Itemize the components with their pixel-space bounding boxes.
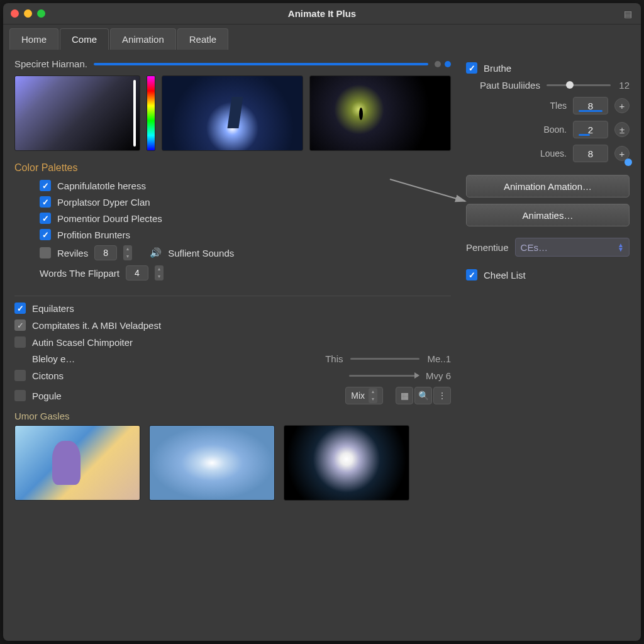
window-title: Animate It Plus (3, 8, 641, 19)
search-icon[interactable]: 🔍 (414, 387, 432, 404)
collapse-icon[interactable]: ▤ (624, 9, 632, 19)
palette-label: Pomentior Dourd Plectes (57, 213, 162, 224)
gallery-thumb-2[interactable] (149, 425, 275, 501)
app-window: Animate It Plus ▤ Home Come Animation Re… (3, 3, 641, 641)
cheel-label: Cheel List (484, 270, 526, 280)
checkbox[interactable] (14, 319, 26, 331)
gallery-thumbs (14, 425, 451, 501)
penentiue-value: CEs… (521, 242, 548, 253)
autin-label: Autin Scasel Chimpoiter (32, 337, 133, 348)
animation-amation-button[interactable]: Animation Amation… (466, 175, 630, 197)
compitates-row: Compitates it. A MBI Veladpest (14, 319, 451, 331)
reviles-label: Reviles (57, 248, 88, 258)
toolbar-buttons: ▦ 🔍 ⋮ (396, 387, 451, 404)
divider (14, 296, 451, 296)
words-row: Words The Flippart 4 (14, 265, 451, 280)
dot-1[interactable] (435, 61, 441, 67)
equilaters-label: Equilaters (32, 303, 74, 314)
loues-knob-icon[interactable] (625, 158, 632, 166)
left-panel: Speciret Hiarnan. Color Palettes Capnifu… (14, 58, 451, 632)
penentiue-row: Penentiue CEs… ▲▼ (466, 238, 630, 257)
more-icon[interactable]: ⋮ (433, 387, 451, 404)
words-value[interactable]: 4 (126, 265, 148, 280)
paut-slider[interactable] (547, 84, 611, 86)
tab-come[interactable]: Come (60, 28, 109, 50)
checkbox[interactable] (40, 247, 51, 258)
equilaters-row: Equilaters (14, 303, 451, 314)
palette-label: Porplatsor Dyper Clan (57, 197, 150, 208)
this-slider[interactable] (350, 358, 419, 360)
reviles-row: Reviles 8 🔊 Suflient Sounds (40, 245, 451, 260)
right-panel: Bruthe Paut Buuliides 12 Tles 8 + Boon. … (466, 58, 630, 632)
slider-page-dots[interactable] (435, 61, 451, 67)
mix-dropdown[interactable]: Mix (345, 387, 383, 404)
checkbox[interactable] (40, 180, 51, 191)
titlebar: Animate It Plus ▤ (3, 3, 641, 25)
chevron-updown-icon: ▲▼ (618, 243, 624, 252)
gallery-thumb-1[interactable] (14, 425, 140, 501)
cictons-row: Cictons Mvy 6 (14, 370, 451, 381)
loues-value[interactable]: 8 (573, 145, 608, 162)
tab-reatle[interactable]: Reatle (177, 28, 228, 50)
paut-row: Paut Buuliides 12 (480, 80, 630, 91)
bruthe-label: Bruthe (484, 63, 511, 74)
top-slider[interactable] (94, 63, 428, 65)
palette-label: Profition Brunters (57, 230, 130, 240)
tles-value[interactable]: 8 (573, 97, 608, 114)
top-slider-row: Speciret Hiarnan. (14, 58, 451, 69)
grid-icon[interactable]: ▦ (396, 387, 413, 404)
dot-2[interactable] (445, 61, 451, 67)
this-suffix: Me..1 (427, 353, 451, 364)
loues-row: Loues. 8 + (466, 145, 630, 162)
palette-item: Pomentior Dourd Plectes (40, 213, 451, 224)
hue-slider[interactable] (147, 75, 155, 151)
cictons-slider[interactable] (349, 375, 418, 377)
bleloy-label: Bleloy e… (32, 353, 75, 364)
tles-label: Tles (535, 101, 567, 111)
mix-stepper[interactable] (369, 388, 377, 403)
boon-row: Boon. 2 ± (466, 121, 630, 138)
words-stepper[interactable] (155, 265, 164, 280)
checkbox[interactable] (40, 229, 51, 240)
checkbox[interactable] (14, 303, 26, 314)
color-gradient-picker[interactable] (14, 75, 140, 151)
reviles-stepper[interactable] (123, 245, 132, 260)
preview-thumb-1[interactable] (162, 75, 303, 151)
cictons-suffix: Mvy 6 (426, 370, 451, 381)
checkbox[interactable] (14, 390, 26, 401)
boon-value[interactable]: 2 (573, 121, 608, 138)
penentiue-label: Penentiue (466, 242, 509, 253)
suflient-label: Suflient Sounds (168, 248, 234, 258)
penentiue-select[interactable]: CEs… ▲▼ (515, 238, 630, 257)
this-label: This (325, 353, 343, 364)
pogule-row: Pogule Mix ▦ 🔍 ⋮ (14, 387, 451, 404)
gallery-thumb-3[interactable] (284, 425, 409, 501)
bleloy-row: Bleloy e… This Me..1 (14, 353, 451, 364)
palette-item: Porplatsor Dyper Clan (40, 196, 451, 208)
compitates-label: Compitates it. A MBI Veladpest (32, 320, 161, 331)
checkbox[interactable] (40, 213, 51, 224)
checkbox[interactable] (14, 370, 26, 381)
options-list: Equilaters Compitates it. A MBI Veladpes… (14, 303, 451, 404)
checkbox[interactable] (40, 196, 51, 208)
palette-checklist: Capnifulatotle heress Porplatsor Dyper C… (14, 180, 451, 280)
preview-row (14, 75, 451, 151)
words-label: Words The Flippart (40, 268, 119, 279)
paut-value: 12 (617, 80, 630, 91)
preview-thumb-2[interactable] (309, 75, 451, 151)
this-slider-group: This Me..1 (325, 353, 451, 364)
cictons-label: Cictons (32, 370, 64, 381)
tab-home[interactable]: Home (9, 28, 58, 50)
tles-plus-button[interactable]: + (614, 98, 630, 113)
boon-plus-button[interactable]: ± (614, 122, 630, 137)
tabbar: Home Come Animation Reatle (3, 25, 641, 50)
tab-animation[interactable]: Animation (110, 28, 176, 50)
tles-row: Tles 8 + (466, 97, 630, 114)
reviles-value[interactable]: 8 (94, 245, 117, 260)
checkbox[interactable] (466, 62, 477, 74)
gallery-heading: Umor Gasles (14, 411, 451, 421)
cheel-row: Cheel List (466, 269, 630, 280)
checkbox[interactable] (14, 336, 26, 348)
checkbox[interactable] (466, 269, 477, 280)
animaties-button[interactable]: Animaties… (466, 204, 630, 226)
